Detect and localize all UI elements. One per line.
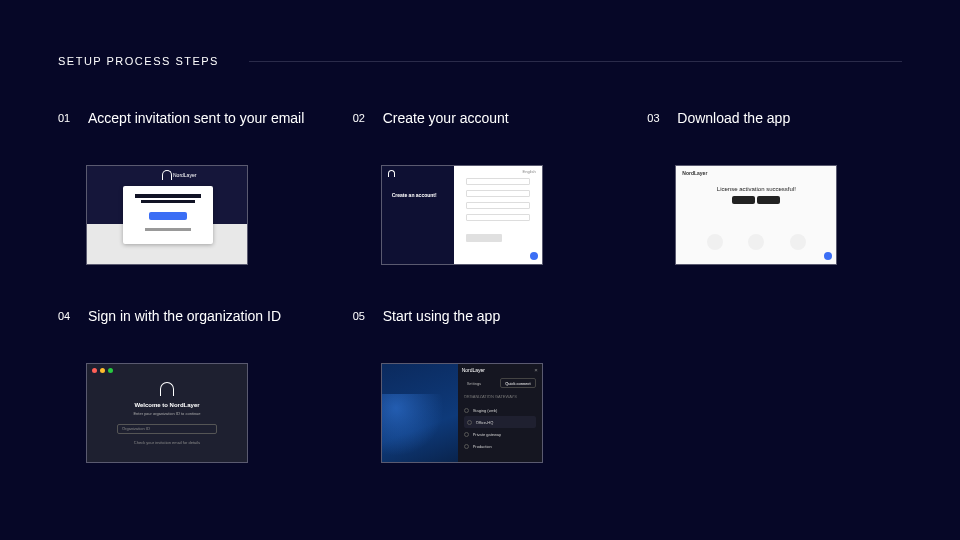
gateway-row: Staging (web): [464, 404, 536, 416]
thumb2-input: [466, 214, 530, 221]
platform-icon: [707, 234, 723, 250]
gateway-label: Staging (web): [473, 408, 498, 413]
gateway-row: Private gateway: [464, 428, 536, 440]
thumb2-language: English: [523, 169, 536, 174]
step-title: Sign in with the organization ID: [88, 307, 281, 326]
step-title: Start using the app: [383, 307, 501, 326]
gateway-label: Office-HQ: [476, 420, 494, 425]
thumb2-side-panel: [382, 166, 454, 264]
nordlayer-logo-icon: [160, 382, 174, 396]
thumb3-help-icon: [824, 252, 832, 260]
step-title: Download the app: [677, 109, 790, 128]
step-number: 03: [647, 109, 665, 124]
maximize-icon: [108, 368, 113, 373]
thumbnail-sign-in: Welcome to NordLayer Enter your organiza…: [86, 363, 248, 463]
thumb1-cta-button: [149, 212, 187, 220]
thumb2-input: [466, 178, 530, 185]
step-number: 05: [353, 307, 371, 322]
thumbnail-create-account: Create an account! English: [381, 165, 543, 265]
thumb2-input: [466, 202, 530, 209]
step-head: 04 Sign in with the organization ID: [58, 307, 313, 349]
section-rule: [249, 61, 902, 62]
gateway-row-selected: Office-HQ: [464, 416, 536, 428]
close-icon: [92, 368, 97, 373]
tab-quick-connect: Quick connect: [500, 378, 536, 388]
step-number: 04: [58, 307, 76, 322]
thumb1-modal: [123, 186, 213, 244]
thumb5-section-label: ORGANIZATION GATEWAYS: [464, 394, 536, 399]
thumb5-app-panel: NordLayer × Settings Quick connect ORGAN…: [458, 364, 542, 462]
thumbnail-download-app: NordLayer License activation successful!: [675, 165, 837, 265]
thumb1-text-line: [145, 228, 191, 231]
thumb2-heading: Create an account!: [392, 192, 437, 198]
thumbnail-accept-invitation: NordLayer: [86, 165, 248, 265]
thumb5-brand: NordLayer: [462, 367, 485, 373]
gateway-row: Production: [464, 440, 536, 452]
thumb1-text-line: [141, 200, 195, 203]
step-1: 01 Accept invitation sent to your email …: [58, 109, 313, 265]
steps-grid: 01 Accept invitation sent to your email …: [58, 109, 902, 463]
minimize-icon: [100, 368, 105, 373]
step-head: 05 Start using the app: [353, 307, 608, 349]
nordlayer-logo-icon: [388, 170, 395, 177]
thumb3-heading: License activation successful!: [676, 186, 836, 192]
thumb3-brand: NordLayer: [682, 170, 707, 176]
gateway-label: Production: [473, 444, 492, 449]
radio-icon: [464, 408, 469, 413]
thumb3-platform-icons: [676, 234, 836, 250]
thumb2-input: [466, 190, 530, 197]
radio-icon: [464, 444, 469, 449]
thumb5-tabs: Settings Quick connect: [464, 378, 536, 388]
app-store-badge-icon: [732, 196, 755, 204]
close-icon: ×: [534, 367, 538, 373]
step-number: 01: [58, 109, 76, 124]
step-title: Create your account: [383, 109, 509, 128]
radio-icon: [464, 432, 469, 437]
window-traffic-lights: [92, 368, 113, 373]
thumb3-store-badges: [732, 196, 780, 204]
thumb4-helper: Check your invitation email for details: [87, 440, 247, 445]
platform-icon: [748, 234, 764, 250]
step-head: 02 Create your account: [353, 109, 608, 151]
step-3: 03 Download the app NordLayer License ac…: [647, 109, 902, 265]
step-4: 04 Sign in with the organization ID Welc…: [58, 307, 313, 463]
thumb1-text-line: [135, 194, 201, 198]
thumb5-desktop-wallpaper: [382, 394, 452, 463]
nordlayer-logo-icon: [162, 170, 172, 180]
step-head: 03 Download the app: [647, 109, 902, 151]
platform-icon: [790, 234, 806, 250]
thumb2-help-icon: [530, 252, 538, 260]
thumb1-brand: NordLayer: [173, 172, 196, 178]
section-title: SETUP PROCESS STEPS: [58, 55, 219, 67]
step-number: 02: [353, 109, 371, 124]
play-store-badge-icon: [757, 196, 780, 204]
tab-settings: Settings: [464, 378, 501, 388]
step-head: 01 Accept invitation sent to your email: [58, 109, 313, 151]
step-5: 05 Start using the app NordLayer × Setti…: [353, 307, 608, 463]
thumb4-welcome: Welcome to NordLayer: [87, 402, 247, 408]
gateway-label: Private gateway: [473, 432, 501, 437]
radio-icon: [467, 420, 472, 425]
step-2: 02 Create your account Create an account…: [353, 109, 608, 265]
thumb4-subtitle: Enter your organization ID to continue: [87, 411, 247, 416]
step-title: Accept invitation sent to your email: [88, 109, 304, 128]
section-header: SETUP PROCESS STEPS: [58, 55, 902, 67]
thumb4-placeholder: Organization ID: [122, 426, 150, 431]
thumbnail-start-using: NordLayer × Settings Quick connect ORGAN…: [381, 363, 543, 463]
thumb2-submit-button: [466, 234, 502, 242]
